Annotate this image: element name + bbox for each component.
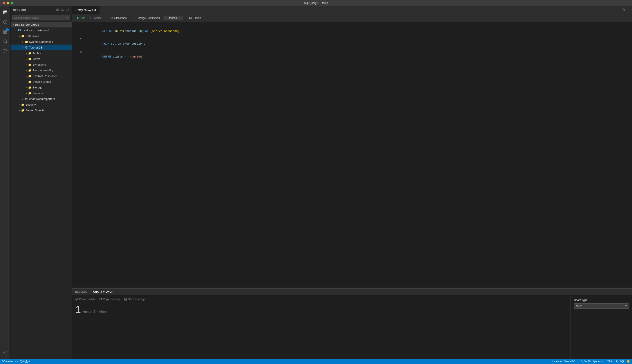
databases-label: Databases: [26, 34, 39, 38]
window-controls[interactable]: [3, 2, 13, 4]
tutorialdb-arrow: [21, 46, 24, 49]
sidebar-item-servers[interactable]: [1, 8, 10, 17]
tree-server-security[interactable]: 📁 Security: [10, 102, 72, 107]
line-ending-status[interactable]: LF: [615, 360, 618, 363]
sidebar-item-notifications[interactable]: 1: [1, 27, 10, 36]
tree-programmability[interactable]: 📁 Programmability: [10, 68, 72, 73]
svg-rect-28: [91, 17, 93, 19]
line-code-1: SELECT count(session_id) as [Active Sess…: [85, 24, 629, 38]
search-clear-icon[interactable]: ✕: [66, 16, 69, 19]
line-code-2: FROM sys.dm_exec_sessions: [85, 38, 629, 50]
language-status[interactable]: SQL: [620, 360, 624, 363]
copy-image-action[interactable]: Copy as image: [99, 298, 120, 301]
connection-status[interactable]: localhost : TutorialDB: [552, 360, 575, 363]
toolbar: Run Cancel Disconnect: [72, 14, 632, 22]
chart-type-select[interactable]: count bar line pie scatter timeSeries: [574, 304, 629, 309]
prog-label: Programmability: [32, 69, 53, 72]
server-localhost[interactable]: localhost, master (sa): [10, 28, 72, 33]
history-icon: [3, 20, 8, 24]
svg-marker-27: [77, 17, 79, 19]
create-insight-action[interactable]: Create Insight: [75, 298, 96, 301]
svg-rect-32: [100, 298, 102, 300]
feedback-status[interactable]: 😊: [627, 360, 630, 363]
sidebar-item-settings[interactable]: [1, 348, 10, 357]
tab-chart-viewer[interactable]: CHART VIEWER: [90, 288, 116, 295]
tab-results[interactable]: RESULTS: [72, 288, 90, 295]
spaces-status[interactable]: Spaces: 4: [593, 360, 604, 363]
warning-count: 0: [28, 360, 30, 363]
tree-tables[interactable]: 📁 Tables: [10, 50, 72, 56]
change-connection-button[interactable]: Change Connection: [131, 16, 162, 20]
add-folder-icon[interactable]: [61, 8, 64, 12]
run-icon: [76, 16, 80, 20]
cursor-text: Ln 3, Col 25: [578, 360, 590, 363]
close-button[interactable]: [3, 2, 5, 4]
maximize-button[interactable]: [10, 2, 13, 4]
tree-storage[interactable]: 📁 Storage: [10, 84, 72, 90]
language-text: SQL: [620, 360, 624, 363]
broker-arrow: [24, 80, 28, 84]
editor-content[interactable]: 1 SELECT count(session_id) as [Active Se…: [72, 22, 632, 288]
database-name: TutorialDB: [166, 16, 178, 20]
svg-point-25: [26, 98, 28, 99]
more-actions-icon[interactable]: ···: [628, 8, 630, 12]
svg-rect-33: [125, 300, 126, 300]
tab-label: SQLQuery1: [78, 8, 93, 12]
tree-server-objects[interactable]: 📁 Server Objects: [10, 107, 72, 113]
tree-synonyms[interactable]: 📁 Synonyms: [10, 62, 72, 68]
editor-line-2: 2 FROM sys.dm_exec_sessions: [72, 38, 632, 50]
save-image-action[interactable]: Save as image: [124, 298, 145, 301]
results-panel: RESULTS CHART VIEWER Create Insight: [72, 288, 632, 359]
status-left: master 0 0: [2, 360, 30, 363]
run-button[interactable]: Run: [75, 16, 87, 20]
databases-folder-icon: 📁: [21, 34, 24, 38]
refresh-status[interactable]: [15, 360, 18, 363]
sidebar-item-search[interactable]: [1, 37, 10, 46]
tree-wwi[interactable]: WideWorldImporters: [10, 96, 72, 102]
explain-icon: [189, 16, 192, 20]
tree-tutorialdb-security[interactable]: 📁 Security: [10, 90, 72, 96]
main-layout: 1 SERVERS: [0, 6, 632, 359]
tree-external-resources[interactable]: 📁 External Resources: [10, 73, 72, 79]
tab-bar-actions: ···: [622, 8, 630, 12]
dropdown-arrow: ▾: [180, 17, 180, 19]
tree-service-broker[interactable]: 📁 Service Broker: [10, 79, 72, 84]
copy-image-label: Copy as image: [103, 298, 120, 301]
tree-databases[interactable]: 📁 Databases: [10, 33, 72, 39]
change-connection-icon: [133, 16, 136, 20]
cancel-button[interactable]: Cancel: [89, 16, 104, 20]
tree-views[interactable]: 📁 Views: [10, 56, 72, 62]
sidebar-item-history[interactable]: [1, 18, 10, 26]
minimize-button[interactable]: [6, 2, 9, 4]
database-selector[interactable]: TutorialDB ▾: [164, 16, 182, 20]
editor-line-1: 1 SELECT count(session_id) as [Active Se…: [72, 24, 632, 38]
tab-list: ≡ SQLQuery1: [72, 6, 100, 14]
tab-sqlquery1[interactable]: ≡ SQLQuery1: [72, 6, 100, 14]
server-name: localhost, master (sa): [22, 29, 49, 32]
svg-rect-34: [125, 298, 126, 299]
notification-badge: 1: [6, 28, 9, 31]
cursor-position[interactable]: Ln 3, Col 25: [578, 360, 590, 363]
sysdb-label: System Databases: [29, 40, 53, 44]
refresh-icon[interactable]: [66, 8, 69, 12]
explain-button[interactable]: Explain: [187, 16, 203, 20]
errors-status[interactable]: 0 0: [20, 360, 30, 363]
sidebar-item-git[interactable]: [1, 46, 10, 55]
prog-arrow: [24, 68, 28, 72]
encoding-status[interactable]: UTF-8: [606, 360, 612, 363]
tree-system-databases[interactable]: 📁 System Databases: [10, 39, 72, 44]
sidebar-title: SERVERS: [13, 9, 26, 12]
git-branch-status[interactable]: master: [2, 360, 13, 363]
server-group-dev[interactable]: Dev Server Group: [10, 22, 72, 28]
new-connection-icon[interactable]: [56, 8, 60, 12]
sidebar-header-actions: [56, 8, 69, 12]
disconnect-button[interactable]: Disconnect: [108, 16, 129, 20]
tutdb-security-arrow: [24, 91, 28, 95]
search-editor-icon[interactable]: [622, 8, 626, 12]
search-input[interactable]: [12, 15, 70, 20]
spaces-text: Spaces: 4: [593, 360, 604, 363]
tree-tutorialdb[interactable]: TutorialDB: [10, 44, 72, 50]
tutdb-security-folder-icon: 📁: [28, 91, 32, 95]
tables-folder-icon: 📁: [28, 51, 32, 55]
svg-point-35: [3, 360, 3, 361]
